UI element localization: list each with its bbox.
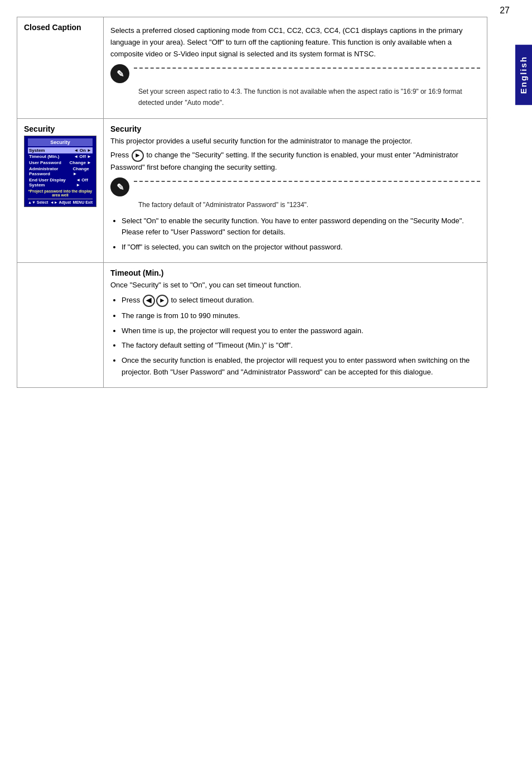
ss-row-timeout-label: Timeout (Min.) bbox=[29, 154, 60, 159]
security-note-block: ✎ The factory default of "Administrator … bbox=[110, 177, 480, 210]
dashed-line-1 bbox=[134, 68, 480, 69]
security-note-inline: ✎ bbox=[110, 177, 480, 196]
right-arrow-button-2: ► bbox=[156, 295, 168, 307]
security-label-text: Security bbox=[24, 124, 55, 133]
closed-caption-note-block: ✎ Set your screen aspect ratio to 4:3. T… bbox=[110, 64, 480, 108]
english-tab: English bbox=[515, 45, 532, 105]
security-row: Security Security System ◄ On ► Timeout … bbox=[17, 118, 487, 262]
page-number: 27 bbox=[500, 6, 510, 16]
ss-footer: ▲▼ Select ◄► Adjust MENU Exit bbox=[28, 199, 93, 204]
timeout-bullet-1: Press ◀► to select timeout duration. bbox=[122, 295, 480, 307]
dashed-line-2 bbox=[134, 181, 480, 182]
left-arrow-button: ◀ bbox=[143, 295, 155, 307]
ss-row-timeout-value: ◄ Off ► bbox=[74, 154, 91, 159]
note-icon-closed-caption: ✎ bbox=[110, 64, 129, 83]
closed-caption-description: Selects a preferred closed captioning mo… bbox=[110, 25, 480, 60]
ss-footer-select: ▲▼ Select bbox=[28, 200, 48, 204]
ss-footer-menu: MENU Exit bbox=[73, 200, 93, 204]
timeout-content: Timeout (Min.) Once "Security" is set to… bbox=[104, 262, 487, 387]
security-bullet-list: Select "On" to enable the security funct… bbox=[122, 215, 480, 253]
timeout-bullet-2: The range is from 10 to 990 minutes. bbox=[122, 310, 480, 322]
security-note-text: The factory default of "Administrator Pa… bbox=[138, 200, 480, 210]
ss-row-system-label: System bbox=[29, 148, 45, 153]
security-content: Security This projector provides a usefu… bbox=[104, 118, 487, 262]
security-screenshot: Security System ◄ On ► Timeout (Min.) ◄ … bbox=[24, 136, 96, 207]
timeout-section-title: Timeout (Min.) bbox=[110, 268, 480, 277]
ss-row-admin-pass-label: Administrator Password bbox=[29, 166, 72, 176]
content-table: Closed Caption Selects a preferred close… bbox=[17, 17, 487, 388]
timeout-bullet-list: Press ◀► to select timeout duration. The… bbox=[122, 295, 480, 378]
security-intro2: Press ► to change the "Security" setting… bbox=[110, 150, 480, 174]
ss-row-display: End User Display System ◄ Off ► bbox=[28, 177, 93, 188]
security-intro1: This projector provides a useful securit… bbox=[110, 136, 480, 147]
ss-title: Security bbox=[28, 138, 93, 146]
ss-row-timeout: Timeout (Min.) ◄ Off ► bbox=[28, 153, 93, 160]
security-section-title: Security bbox=[110, 124, 480, 133]
main-content: Closed Caption Selects a preferred close… bbox=[17, 17, 487, 388]
ss-row-system: System ◄ On ► bbox=[28, 147, 93, 153]
right-arrow-button: ► bbox=[132, 150, 144, 162]
timeout-label-cell bbox=[17, 262, 104, 387]
ss-row-admin-pass: Administrator Password Change ► bbox=[28, 166, 93, 177]
ss-footer-adjust: ◄► Adjust bbox=[50, 200, 71, 204]
security-label: Security bbox=[24, 124, 96, 133]
note-icon-security: ✎ bbox=[110, 177, 129, 196]
ss-row-display-value: ◄ Off ► bbox=[76, 177, 91, 188]
ss-row-user-pass-value: Change ► bbox=[70, 160, 91, 165]
ss-note: *Project password into the display area … bbox=[28, 189, 93, 197]
closed-caption-row: Closed Caption Selects a preferred close… bbox=[17, 17, 487, 119]
timeout-bullet-3: When time is up, the projector will requ… bbox=[122, 325, 480, 337]
closed-caption-note-inline: ✎ bbox=[110, 64, 480, 83]
security-bullet-2: If "Off" is selected, you can switch on … bbox=[122, 242, 480, 253]
ss-row-user-pass-label: User Password bbox=[29, 160, 61, 165]
security-bullet-1: Select "On" to enable the security funct… bbox=[122, 215, 480, 239]
timeout-bullet-5: Once the security function is enabled, t… bbox=[122, 355, 480, 378]
ss-row-system-value: ◄ On ► bbox=[74, 148, 91, 153]
closed-caption-label: Closed Caption bbox=[17, 17, 104, 119]
ss-row-admin-pass-value: Change ► bbox=[72, 166, 91, 176]
closed-caption-label-text: Closed Caption bbox=[24, 23, 81, 32]
timeout-row: Timeout (Min.) Once "Security" is set to… bbox=[17, 262, 487, 387]
timeout-intro: Once "Security" is set to "On", you can … bbox=[110, 280, 480, 291]
ss-row-display-label: End User Display System bbox=[29, 177, 76, 188]
security-label-cell: Security Security System ◄ On ► Timeout … bbox=[17, 118, 104, 262]
timeout-bullet-4: The factory default setting of "Timeout … bbox=[122, 340, 480, 352]
closed-caption-content: Selects a preferred closed captioning mo… bbox=[104, 17, 487, 119]
closed-caption-note-text: Set your screen aspect ratio to 4:3. The… bbox=[138, 87, 480, 108]
ss-row-user-pass: User Password Change ► bbox=[28, 160, 93, 166]
